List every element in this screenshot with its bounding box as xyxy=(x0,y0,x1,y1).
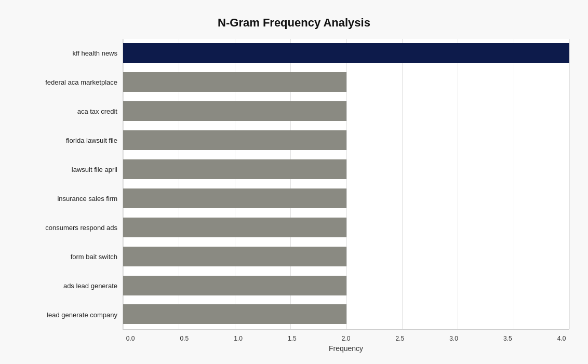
x-tick-label: 3.5 xyxy=(500,335,515,342)
x-tick-label: 2.0 xyxy=(338,335,354,342)
bar xyxy=(123,130,346,150)
plot-area xyxy=(123,39,569,330)
x-axis-area: 0.00.51.01.52.02.53.03.54.0 Frequency xyxy=(19,333,569,353)
bar xyxy=(123,72,346,92)
x-tick-label: 0.0 xyxy=(123,335,138,342)
bar xyxy=(123,247,346,266)
bar xyxy=(123,218,346,237)
y-label: aca tax credit xyxy=(77,99,117,125)
y-label: kff health news xyxy=(73,41,117,66)
bar-row xyxy=(123,274,569,298)
x-tick-label: 1.0 xyxy=(231,335,246,342)
bar xyxy=(123,304,346,324)
bar-row xyxy=(123,128,569,152)
bar-row xyxy=(123,186,569,210)
chart-area: kff health newsfederal aca marketplaceac… xyxy=(19,39,569,330)
bar-row xyxy=(123,157,569,181)
y-label: form bait switch xyxy=(71,244,117,270)
bar-row xyxy=(123,99,569,123)
y-label: lawsuit file april xyxy=(72,157,117,183)
y-label: ads lead generate xyxy=(63,273,117,299)
bar-row xyxy=(123,245,569,268)
y-label: consumers respond ads xyxy=(45,215,117,241)
bar-row xyxy=(123,41,569,65)
grid-line xyxy=(569,39,570,329)
bar xyxy=(123,159,346,179)
bar xyxy=(123,101,346,121)
x-tick-label: 0.5 xyxy=(177,335,192,342)
x-tick-label: 1.5 xyxy=(284,335,300,342)
chart-container: N-Gram Frequency Analysis kff health new… xyxy=(8,6,580,359)
bar xyxy=(123,43,569,63)
bar-row xyxy=(123,302,569,326)
x-tick-label: 2.5 xyxy=(392,335,408,342)
chart-title: N-Gram Frequency Analysis xyxy=(19,16,569,30)
y-label: lead generate company xyxy=(47,302,117,328)
x-tick-labels: 0.00.51.01.52.02.53.03.54.0 xyxy=(123,333,569,342)
x-axis-title: Frequency xyxy=(123,344,569,353)
y-axis-labels: kff health newsfederal aca marketplaceac… xyxy=(19,39,123,330)
y-label: federal aca marketplace xyxy=(45,70,117,96)
bar xyxy=(123,276,346,295)
bar-row xyxy=(123,70,569,94)
y-label: florida lawsuit file xyxy=(66,128,117,154)
y-label: insurance sales firm xyxy=(57,186,117,212)
x-tick-label: 3.0 xyxy=(446,335,462,342)
x-axis-ticks: 0.00.51.01.52.02.53.03.54.0 Frequency xyxy=(123,333,569,353)
x-tick-label: 4.0 xyxy=(554,335,569,342)
bar xyxy=(123,188,346,208)
bar-row xyxy=(123,215,569,239)
